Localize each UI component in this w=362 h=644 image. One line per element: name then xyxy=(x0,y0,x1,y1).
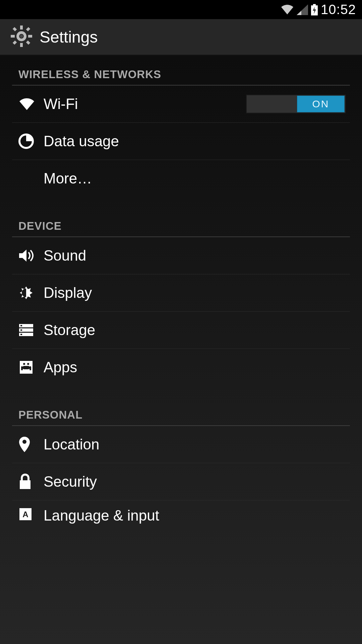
svg-rect-6 xyxy=(20,25,23,30)
svg-rect-22 xyxy=(20,334,22,335)
settings-item-label: More… xyxy=(44,170,92,187)
settings-item-label: Security xyxy=(44,473,97,490)
settings-item-apps[interactable]: Apps xyxy=(0,349,362,386)
page-title: Settings xyxy=(40,28,98,46)
sound-icon xyxy=(18,248,44,263)
svg-rect-21 xyxy=(20,329,22,331)
wifi-toggle[interactable]: ON xyxy=(246,95,346,113)
battery-status-icon xyxy=(311,4,318,15)
svg-point-24 xyxy=(23,363,25,365)
data-usage-icon xyxy=(18,133,44,149)
svg-rect-2 xyxy=(313,4,316,5)
settings-item-security[interactable]: Security xyxy=(0,463,362,500)
section-header-wireless: WIRELESS & NETWORKS xyxy=(0,55,362,85)
svg-rect-9 xyxy=(28,35,32,38)
svg-point-25 xyxy=(27,363,29,365)
gear-icon xyxy=(10,25,33,49)
svg-rect-11 xyxy=(26,41,31,45)
svg-text:A: A xyxy=(22,510,28,519)
settings-item-label: Wi-Fi xyxy=(44,96,78,112)
svg-point-14 xyxy=(20,35,23,38)
svg-rect-30 xyxy=(20,480,31,489)
location-icon xyxy=(18,436,44,453)
svg-rect-10 xyxy=(13,27,17,32)
status-time: 10:52 xyxy=(321,2,356,17)
svg-point-29 xyxy=(22,440,26,444)
svg-marker-16 xyxy=(19,250,26,262)
svg-rect-27 xyxy=(21,366,23,370)
svg-rect-7 xyxy=(20,43,23,47)
toggle-knob: ON xyxy=(297,96,345,112)
settings-item-label: Location xyxy=(44,436,99,453)
settings-item-wifi[interactable]: Wi-Fi ON xyxy=(0,86,362,122)
settings-item-label: Display xyxy=(44,284,92,301)
apps-icon xyxy=(18,360,44,375)
language-icon: A xyxy=(18,507,44,521)
wifi-icon xyxy=(18,97,44,111)
status-bar: 10:52 xyxy=(0,0,362,19)
settings-item-label: Data usage xyxy=(44,133,119,150)
settings-item-label: Language & input xyxy=(44,507,159,524)
settings-item-display[interactable]: Display xyxy=(0,274,362,311)
svg-rect-26 xyxy=(22,366,30,369)
signal-status-icon xyxy=(297,4,308,15)
section-header-device: DEVICE xyxy=(0,207,362,236)
app-header: Settings xyxy=(0,19,362,55)
svg-rect-28 xyxy=(29,366,31,370)
svg-rect-12 xyxy=(26,27,31,32)
settings-item-storage[interactable]: Storage xyxy=(0,312,362,348)
settings-item-label: Sound xyxy=(44,247,86,264)
settings-item-label: Apps xyxy=(44,359,77,376)
settings-item-sound[interactable]: Sound xyxy=(0,237,362,274)
svg-marker-0 xyxy=(297,4,308,15)
settings-item-label: Storage xyxy=(44,322,95,338)
lock-icon xyxy=(18,474,44,490)
svg-rect-20 xyxy=(20,325,22,326)
display-icon xyxy=(18,285,44,301)
settings-item-location[interactable]: Location xyxy=(0,426,362,463)
settings-list: WIRELESS & NETWORKS Wi-Fi ON Data usage … xyxy=(0,55,362,644)
settings-item-more[interactable]: More… xyxy=(0,160,362,197)
section-header-personal: PERSONAL xyxy=(0,396,362,425)
settings-item-data-usage[interactable]: Data usage xyxy=(0,123,362,160)
svg-rect-8 xyxy=(11,35,15,38)
settings-item-language[interactable]: A Language & input xyxy=(0,500,362,527)
svg-rect-13 xyxy=(13,41,17,45)
storage-icon xyxy=(18,323,44,337)
wifi-status-icon xyxy=(281,4,294,15)
